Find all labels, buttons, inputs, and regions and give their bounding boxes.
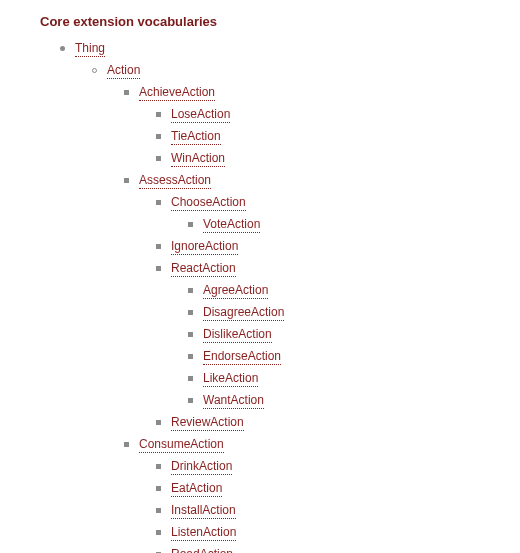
tree-link-consume-action[interactable]: ConsumeAction bbox=[139, 437, 224, 453]
bullet-icon bbox=[188, 398, 193, 403]
tree-item-consume-action: ConsumeActionDrinkActionEatActionInstall… bbox=[124, 435, 520, 553]
tree-children: AgreeActionDisagreeActionDislikeActionEn… bbox=[188, 281, 520, 409]
bullet-icon bbox=[156, 134, 161, 139]
tree-children: ActionAchieveActionLoseActionTieActionWi… bbox=[92, 61, 520, 553]
bullet-icon bbox=[124, 178, 129, 183]
tree-item-achieve-action: AchieveActionLoseActionTieActionWinActio… bbox=[124, 83, 520, 167]
tree-link-vote-action[interactable]: VoteAction bbox=[203, 217, 260, 233]
tree-link-lose-action[interactable]: LoseAction bbox=[171, 107, 230, 123]
tree-item-review-action: ReviewAction bbox=[156, 413, 520, 431]
tree-link-drink-action[interactable]: DrinkAction bbox=[171, 459, 232, 475]
tree-item-choose-action: ChooseActionVoteAction bbox=[156, 193, 520, 233]
tree-item-disagree-action: DisagreeAction bbox=[188, 303, 520, 321]
bullet-icon bbox=[188, 376, 193, 381]
bullet-icon bbox=[156, 420, 161, 425]
bullet-icon bbox=[188, 222, 193, 227]
tree-item-endorse-action: EndorseAction bbox=[188, 347, 520, 365]
bullet-icon bbox=[188, 288, 193, 293]
tree-children: AchieveActionLoseActionTieActionWinActio… bbox=[124, 83, 520, 553]
tree-children: DrinkActionEatActionInstallActionListenA… bbox=[156, 457, 520, 553]
bullet-icon bbox=[124, 442, 129, 447]
tree-item-agree-action: AgreeAction bbox=[188, 281, 520, 299]
tree-link-dislike-action[interactable]: DislikeAction bbox=[203, 327, 272, 343]
tree-link-achieve-action[interactable]: AchieveAction bbox=[139, 85, 215, 101]
tree-item-eat-action: EatAction bbox=[156, 479, 520, 497]
bullet-icon bbox=[156, 200, 161, 205]
tree-item-thing: ThingActionAchieveActionLoseActionTieAct… bbox=[60, 39, 520, 553]
tree-item-ignore-action: IgnoreAction bbox=[156, 237, 520, 255]
bullet-icon bbox=[156, 486, 161, 491]
tree-item-action: ActionAchieveActionLoseActionTieActionWi… bbox=[92, 61, 520, 553]
tree-item-tie-action: TieAction bbox=[156, 127, 520, 145]
tree-item-read-action: ReadAction bbox=[156, 545, 520, 553]
bullet-icon bbox=[188, 354, 193, 359]
tree-item-lose-action: LoseAction bbox=[156, 105, 520, 123]
tree-item-dislike-action: DislikeAction bbox=[188, 325, 520, 343]
tree-item-assess-action: AssessActionChooseActionVoteActionIgnore… bbox=[124, 171, 520, 431]
tree-children: VoteAction bbox=[188, 215, 520, 233]
bullet-icon bbox=[156, 530, 161, 535]
tree-link-react-action[interactable]: ReactAction bbox=[171, 261, 236, 277]
tree-link-want-action[interactable]: WantAction bbox=[203, 393, 264, 409]
tree-link-action[interactable]: Action bbox=[107, 63, 140, 79]
tree-item-like-action: LikeAction bbox=[188, 369, 520, 387]
bullet-icon bbox=[156, 244, 161, 249]
tree-link-read-action[interactable]: ReadAction bbox=[171, 547, 233, 553]
bullet-icon bbox=[156, 464, 161, 469]
tree-item-install-action: InstallAction bbox=[156, 501, 520, 519]
tree-link-endorse-action[interactable]: EndorseAction bbox=[203, 349, 281, 365]
vocabulary-tree: ThingActionAchieveActionLoseActionTieAct… bbox=[0, 39, 520, 553]
tree-item-win-action: WinAction bbox=[156, 149, 520, 167]
tree-link-disagree-action[interactable]: DisagreeAction bbox=[203, 305, 284, 321]
tree-link-review-action[interactable]: ReviewAction bbox=[171, 415, 244, 431]
tree-item-listen-action: ListenAction bbox=[156, 523, 520, 541]
tree-item-vote-action: VoteAction bbox=[188, 215, 520, 233]
bullet-icon bbox=[156, 112, 161, 117]
bullet-icon bbox=[92, 68, 97, 73]
bullet-icon bbox=[188, 310, 193, 315]
tree-item-want-action: WantAction bbox=[188, 391, 520, 409]
tree-link-eat-action[interactable]: EatAction bbox=[171, 481, 222, 497]
tree-link-listen-action[interactable]: ListenAction bbox=[171, 525, 236, 541]
section-heading: Core extension vocabularies bbox=[40, 14, 520, 29]
tree-children: LoseActionTieActionWinAction bbox=[156, 105, 520, 167]
tree-item-drink-action: DrinkAction bbox=[156, 457, 520, 475]
bullet-icon bbox=[124, 90, 129, 95]
tree-children: ChooseActionVoteActionIgnoreActionReactA… bbox=[156, 193, 520, 431]
tree-item-react-action: ReactActionAgreeActionDisagreeActionDisl… bbox=[156, 259, 520, 409]
tree-link-win-action[interactable]: WinAction bbox=[171, 151, 225, 167]
tree-link-agree-action[interactable]: AgreeAction bbox=[203, 283, 268, 299]
bullet-icon bbox=[156, 266, 161, 271]
bullet-icon bbox=[188, 332, 193, 337]
bullet-icon bbox=[156, 156, 161, 161]
tree-link-ignore-action[interactable]: IgnoreAction bbox=[171, 239, 238, 255]
bullet-icon bbox=[156, 508, 161, 513]
tree-link-assess-action[interactable]: AssessAction bbox=[139, 173, 211, 189]
tree-link-install-action[interactable]: InstallAction bbox=[171, 503, 236, 519]
tree-link-choose-action[interactable]: ChooseAction bbox=[171, 195, 246, 211]
tree-link-like-action[interactable]: LikeAction bbox=[203, 371, 258, 387]
tree-link-tie-action[interactable]: TieAction bbox=[171, 129, 221, 145]
bullet-icon bbox=[60, 46, 65, 51]
tree-link-thing[interactable]: Thing bbox=[75, 41, 105, 57]
